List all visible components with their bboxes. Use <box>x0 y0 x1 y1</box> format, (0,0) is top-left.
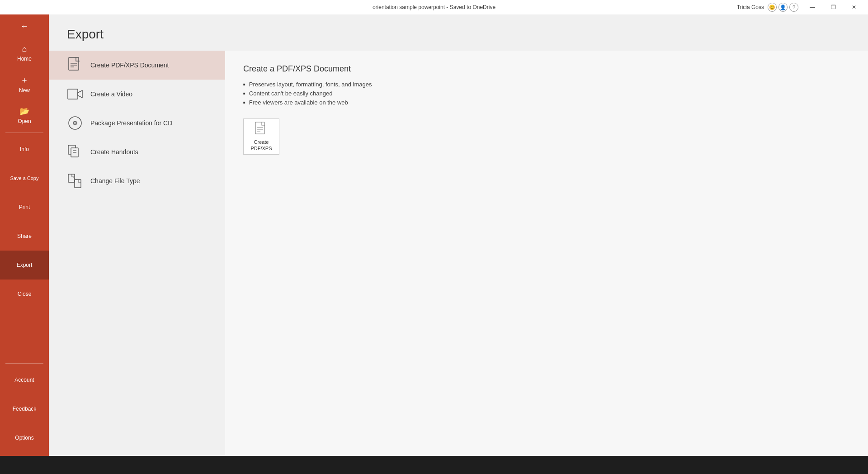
export-option-label-handouts: Create Handouts <box>90 148 138 156</box>
app-body: ← ⌂ Home ＋ New 📂 Open Info <box>0 14 868 456</box>
title-text: orientation sample powerpoint - Saved to… <box>373 4 495 10</box>
back-button[interactable]: ← <box>16 18 33 34</box>
cd-option-icon <box>67 115 83 131</box>
sidebar-item-new[interactable]: ＋ New <box>0 68 49 100</box>
export-option-change-file-type[interactable]: Change File Type <box>49 166 225 195</box>
sidebar-label-close: Close <box>18 291 32 297</box>
account-icon[interactable]: 👤 <box>778 3 788 12</box>
sidebar: ← ⌂ Home ＋ New 📂 Open Info <box>0 14 49 456</box>
sidebar-label-info: Info <box>20 146 29 152</box>
sidebar-label-export: Export <box>17 262 33 268</box>
title-bar-icons: 😊 👤 ? <box>768 3 798 12</box>
pdf-option-icon <box>67 57 83 73</box>
export-body: Create PDF/XPS Document Create a Video <box>49 51 868 456</box>
close-button[interactable]: ✕ <box>844 0 864 14</box>
svg-rect-0 <box>69 57 79 70</box>
sidebar-item-share[interactable]: Share <box>0 222 49 251</box>
export-option-create-pdf[interactable]: Create PDF/XPS Document <box>49 51 225 80</box>
sidebar-label-feedback: Feedback <box>13 406 37 412</box>
sidebar-divider-1 <box>5 133 43 133</box>
svg-marker-5 <box>78 90 82 98</box>
sidebar-label-options: Options <box>15 435 33 441</box>
detail-title: Create a PDF/XPS Document <box>243 64 850 74</box>
export-header: Export <box>49 14 868 51</box>
main-content: Export Create PDF/XPS <box>49 14 868 456</box>
sidebar-item-open[interactable]: 📂 Open <box>0 100 49 131</box>
export-detail-panel: Create a PDF/XPS Document Preserves layo… <box>225 51 868 456</box>
title-bar: orientation sample powerpoint - Saved to… <box>0 0 868 14</box>
filetype-option-icon <box>67 173 83 189</box>
minimize-button[interactable]: — <box>802 0 823 14</box>
export-option-label-video: Create a Video <box>90 90 132 98</box>
taskbar <box>0 456 868 474</box>
export-options-list: Create PDF/XPS Document Create a Video <box>49 51 225 456</box>
home-icon: ⌂ <box>22 44 27 54</box>
profile-icon[interactable]: 😊 <box>768 3 777 12</box>
svg-rect-16 <box>255 122 264 134</box>
export-option-create-video[interactable]: Create a Video <box>49 80 225 109</box>
sidebar-label-share: Share <box>17 233 32 239</box>
handouts-option-icon <box>67 144 83 160</box>
bullet-3: Free viewers are available on the web <box>243 99 850 106</box>
window-controls: — ❐ ✕ <box>802 0 864 14</box>
export-option-package-cd[interactable]: Package Presentation for CD <box>49 109 225 137</box>
sidebar-label-print: Print <box>19 204 30 210</box>
sidebar-label-home: Home <box>17 56 32 62</box>
sidebar-item-export[interactable]: Export <box>0 251 49 280</box>
svg-point-8 <box>75 123 76 124</box>
create-pdf-button[interactable]: CreatePDF/XPS <box>243 118 279 155</box>
sidebar-item-save-copy[interactable]: Save a Copy <box>0 164 49 193</box>
user-name: Tricia Goss <box>737 4 764 10</box>
video-option-icon <box>67 86 83 102</box>
create-pdf-label: CreatePDF/XPS <box>250 139 272 152</box>
svg-rect-4 <box>68 89 78 99</box>
export-option-label-cd: Package Presentation for CD <box>90 119 172 127</box>
sidebar-item-feedback[interactable]: Feedback <box>0 394 49 423</box>
title-bar-right: Tricia Goss 😊 👤 ? — ❐ ✕ <box>737 0 864 14</box>
export-option-create-handouts[interactable]: Create Handouts <box>49 137 225 166</box>
new-icon: ＋ <box>20 75 28 85</box>
bullet-1: Preserves layout, formatting, fonts, and… <box>243 81 850 88</box>
help-icon[interactable]: ? <box>789 3 798 12</box>
sidebar-label-open: Open <box>18 118 31 124</box>
export-option-label-pdf: Create PDF/XPS Document <box>90 62 169 69</box>
sidebar-item-print[interactable]: Print <box>0 193 49 222</box>
sidebar-item-close[interactable]: Close <box>0 280 49 308</box>
sidebar-bottom: Account Feedback Options <box>0 361 49 456</box>
svg-rect-13 <box>68 174 75 182</box>
detail-bullets: Preserves layout, formatting, fonts, and… <box>243 81 850 106</box>
sidebar-top: ← ⌂ Home ＋ New 📂 Open Info <box>0 14 49 361</box>
create-pdf-doc-icon <box>255 122 268 137</box>
sidebar-label-save-copy: Save a Copy <box>10 175 39 181</box>
sidebar-item-options[interactable]: Options <box>0 423 49 452</box>
back-icon: ← <box>20 22 28 31</box>
open-icon: 📂 <box>19 106 29 116</box>
restore-button[interactable]: ❐ <box>823 0 844 14</box>
bullet-2: Content can't be easily changed <box>243 90 850 97</box>
export-option-label-filetype: Change File Type <box>90 177 140 185</box>
sidebar-label-new: New <box>19 87 30 94</box>
sidebar-item-home[interactable]: ⌂ Home <box>0 38 49 68</box>
export-page-title: Export <box>67 27 850 42</box>
sidebar-label-account: Account <box>14 377 34 383</box>
svg-rect-14 <box>75 180 81 188</box>
document-title: orientation sample powerpoint - Saved to… <box>373 4 495 10</box>
sidebar-divider-2 <box>5 363 43 364</box>
sidebar-item-info[interactable]: Info <box>0 135 49 164</box>
sidebar-item-account[interactable]: Account <box>0 365 49 394</box>
